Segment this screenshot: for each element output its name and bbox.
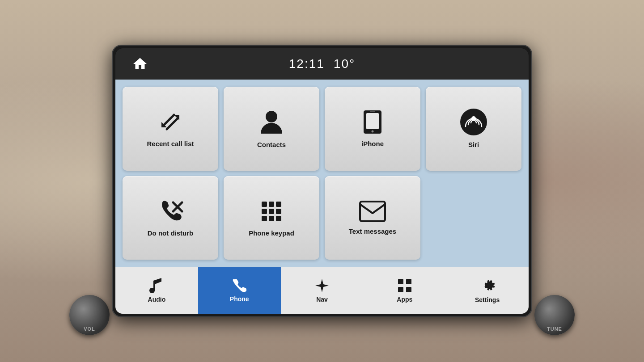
svg-rect-5 xyxy=(366,113,379,129)
svg-rect-20 xyxy=(360,202,385,221)
tile-recent-call-list[interactable]: Recent call list xyxy=(123,87,218,171)
empty-tile xyxy=(426,176,521,260)
main-grid: Recent call list Contacts xyxy=(115,80,529,267)
keypad-icon xyxy=(259,199,284,224)
tile-contacts[interactable]: Contacts xyxy=(224,87,319,171)
vol-label: VOL xyxy=(84,326,95,332)
clock-display: 12:11 xyxy=(289,57,325,71)
svg-rect-24 xyxy=(406,287,411,292)
svg-rect-21 xyxy=(398,279,403,284)
tile-do-not-disturb[interactable]: Do not disturb xyxy=(123,176,218,260)
person-icon xyxy=(259,109,284,135)
settings-nav-label: Settings xyxy=(475,296,500,303)
audio-nav-label: Audio xyxy=(148,296,166,303)
do-not-disturb-icon xyxy=(157,199,184,224)
apps-grid-icon xyxy=(397,278,412,293)
svg-rect-15 xyxy=(269,209,274,214)
vol-knob[interactable]: VOL xyxy=(69,295,110,335)
phone-nav-icon xyxy=(232,278,246,293)
svg-rect-23 xyxy=(398,287,403,292)
svg-rect-18 xyxy=(269,216,274,221)
svg-point-6 xyxy=(372,130,374,133)
tile-iphone[interactable]: iPhone xyxy=(325,87,420,171)
call-arrows-icon xyxy=(158,109,183,135)
siri-label: Siri xyxy=(468,141,479,148)
svg-rect-17 xyxy=(262,216,267,221)
music-note-icon xyxy=(149,278,164,293)
siri-circle xyxy=(460,109,487,135)
nav-audio[interactable]: Audio xyxy=(115,267,198,314)
phone-nav-label: Phone xyxy=(230,295,249,303)
iphone-label: iPhone xyxy=(361,140,384,147)
svg-rect-22 xyxy=(406,279,411,284)
nav-apps[interactable]: Apps xyxy=(363,267,446,314)
header-bar: 12:11 10° xyxy=(115,48,529,80)
apps-nav-label: Apps xyxy=(397,296,412,303)
text-messages-label: Text messages xyxy=(349,227,396,235)
tune-label: TUNE xyxy=(547,326,562,332)
tile-siri[interactable]: Siri xyxy=(426,87,521,171)
phone-keypad-label: Phone keypad xyxy=(249,229,294,237)
siri-icon xyxy=(460,109,487,135)
screen-inner: 12:11 10° Recent call xyxy=(115,48,529,314)
svg-rect-7 xyxy=(370,111,375,112)
svg-point-4 xyxy=(266,111,277,122)
envelope-icon xyxy=(359,201,386,222)
recent-call-list-label: Recent call list xyxy=(147,140,194,147)
star-nav-icon xyxy=(314,278,330,293)
phone-icon xyxy=(361,109,384,135)
svg-rect-19 xyxy=(276,216,281,221)
nav-phone[interactable]: Phone xyxy=(198,267,281,314)
temperature-display: 10° xyxy=(334,57,355,71)
nav-settings[interactable]: Settings xyxy=(446,267,529,314)
tile-text-messages[interactable]: Text messages xyxy=(325,176,420,260)
home-icon xyxy=(132,56,148,72)
time-temp-display: 12:11 10° xyxy=(289,57,355,71)
svg-rect-12 xyxy=(269,202,274,207)
screen-outer: 12:11 10° Recent call xyxy=(112,45,532,317)
bottom-nav: Audio Phone Nav xyxy=(115,267,529,314)
home-button[interactable] xyxy=(129,53,151,75)
svg-rect-14 xyxy=(262,209,267,214)
tile-phone-keypad[interactable]: Phone keypad xyxy=(224,176,319,260)
tune-knob[interactable]: TUNE xyxy=(534,295,575,335)
svg-rect-13 xyxy=(276,202,281,207)
contacts-label: Contacts xyxy=(257,141,286,148)
nav-nav[interactable]: Nav xyxy=(281,267,364,314)
do-not-disturb-label: Do not disturb xyxy=(148,229,193,237)
svg-rect-16 xyxy=(276,209,281,214)
svg-rect-11 xyxy=(262,202,267,207)
nav-nav-label: Nav xyxy=(316,296,328,303)
gear-icon xyxy=(479,278,496,294)
